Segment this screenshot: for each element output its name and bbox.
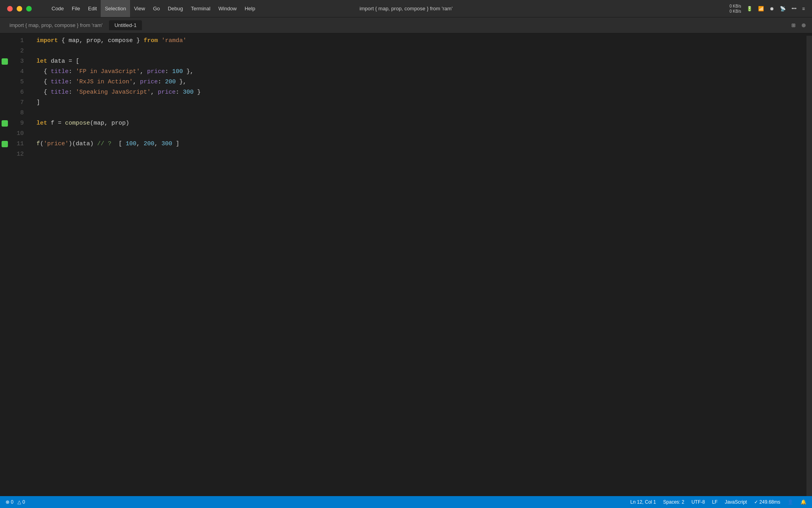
breakpoint-row[interactable]	[0, 77, 10, 87]
timing: ✓ 249.68ms	[754, 499, 780, 505]
line-number: 11	[10, 139, 29, 149]
token-plain: ]	[172, 139, 179, 149]
breakpoint-row[interactable]	[0, 87, 10, 98]
tab-bar: import { map, prop, compose } from 'ram'…	[0, 17, 812, 33]
breakpoint-row[interactable]	[0, 56, 10, 67]
warning-icon: △	[17, 499, 21, 505]
menu-file[interactable]: File	[68, 0, 84, 17]
breakpoint-row[interactable]	[0, 46, 10, 56]
breakpoint-row[interactable]	[0, 98, 10, 108]
menu-window[interactable]: Window	[214, 0, 241, 17]
breakpoint-row[interactable]	[0, 149, 10, 160]
line-number: 10	[10, 129, 29, 139]
code-area[interactable]: import { map, prop, compose } from 'ramd…	[33, 36, 806, 496]
token-plain: :	[158, 77, 165, 87]
minimize-button[interactable]	[17, 6, 22, 12]
token-num: 200	[144, 139, 154, 149]
code-line[interactable]	[33, 108, 806, 118]
code-line[interactable]: ]	[33, 98, 806, 108]
token-plain: :	[69, 87, 76, 98]
token-num: 200	[165, 77, 176, 87]
line-number: 5	[10, 77, 29, 87]
window-title: import { map, prop, compose } from 'ram'	[360, 6, 453, 12]
token-plain: ,	[140, 67, 147, 77]
indentation[interactable]: Spaces: 2	[663, 499, 684, 505]
breakpoint-row[interactable]	[0, 36, 10, 46]
battery-icon: 🔋	[747, 6, 753, 12]
tab-untitled[interactable]: Untitled-1	[109, 20, 142, 30]
menu-view[interactable]: View	[130, 0, 149, 17]
split-editor-icon[interactable]: ⊞	[791, 21, 795, 29]
token-prop: title	[51, 77, 69, 87]
token-plain: map	[69, 36, 79, 46]
menu-bar: Code File Edit Selection View Go Debug T…	[32, 0, 259, 17]
token-plain: :	[165, 67, 172, 77]
code-line[interactable]	[33, 149, 806, 160]
bell-icon[interactable]: 🔔	[801, 499, 806, 505]
statusbar-right: Ln 12, Col 1 Spaces: 2 UTF-8 LF JavaScri…	[630, 499, 806, 505]
breakpoint-row[interactable]	[0, 118, 10, 129]
token-plain: },	[176, 77, 186, 87]
breakpoint-marker	[2, 120, 8, 127]
token-comment: // ?	[97, 139, 115, 149]
token-plain: ,	[136, 139, 144, 149]
code-line[interactable]: f('price')(data) // ? [ 100, 200, 300 ]	[33, 139, 806, 149]
error-count: 0	[11, 499, 13, 505]
menu-apple[interactable]	[40, 0, 48, 17]
line-number: 7	[10, 98, 29, 108]
traffic-lights	[0, 6, 32, 12]
token-kw-from: from	[144, 36, 158, 46]
menu-help[interactable]: Help	[241, 0, 259, 17]
token-fn-call: compose	[65, 118, 90, 129]
menu-terminal[interactable]: Terminal	[187, 0, 214, 17]
token-plain: ]	[36, 98, 40, 108]
line-number: 6	[10, 87, 29, 98]
token-plain: },	[183, 67, 193, 77]
code-line[interactable]: { title: 'FP in JavaScript', price: 100 …	[33, 67, 806, 77]
more-icon: •••	[791, 6, 797, 12]
breakpoint-row[interactable]	[0, 108, 10, 118]
line-number: 2	[10, 46, 29, 56]
cursor-position[interactable]: Ln 12, Col 1	[630, 499, 656, 505]
menu-edit[interactable]: Edit	[84, 0, 101, 17]
token-plain: prop	[86, 36, 101, 46]
network-speed: 0 KB/s 0 KB/s	[730, 4, 741, 14]
code-line[interactable]: let data = [	[33, 56, 806, 67]
menu-code[interactable]: Code	[48, 0, 68, 17]
breakpoint-row[interactable]	[0, 129, 10, 139]
line-number: 1	[10, 36, 29, 46]
maximize-button[interactable]	[26, 6, 32, 12]
code-line[interactable]: { title: 'RxJS in Action', price: 200 },	[33, 77, 806, 87]
close-button[interactable]	[7, 6, 13, 12]
line-number: 9	[10, 118, 29, 129]
token-plain: {	[36, 67, 51, 77]
eol[interactable]: LF	[712, 499, 718, 505]
token-plain: f =	[47, 118, 65, 129]
encoding[interactable]: UTF-8	[691, 499, 705, 505]
code-line[interactable]	[33, 129, 806, 139]
error-indicator[interactable]: ⊗ 0 △ 0	[6, 499, 25, 505]
breakpoint-row[interactable]	[0, 139, 10, 149]
code-line[interactable]: { title: 'Speaking JavaScript', price: 3…	[33, 87, 806, 98]
feedback-icon[interactable]: 👤	[787, 499, 793, 505]
token-plain: :	[176, 87, 183, 98]
token-str: 'RxJS in Action'	[76, 77, 133, 87]
menu-debug[interactable]: Debug	[164, 0, 187, 17]
code-line[interactable]	[33, 46, 806, 56]
token-num: 100	[126, 139, 136, 149]
token-kw: import	[36, 36, 58, 46]
token-plain: }	[193, 87, 201, 98]
scrollbar[interactable]	[806, 36, 812, 496]
menu-selection[interactable]: Selection	[101, 0, 130, 17]
token-prop: price	[158, 87, 176, 98]
code-line[interactable]: let f = compose(map, prop)	[33, 118, 806, 129]
breakpoint-row[interactable]	[0, 67, 10, 77]
tab-path: import { map, prop, compose } from 'ram'	[6, 21, 106, 30]
line-number: 8	[10, 108, 29, 118]
language-mode[interactable]: JavaScript	[725, 499, 747, 505]
statusbar: ⊗ 0 △ 0 Ln 12, Col 1 Spaces: 2 UTF-8 LF …	[0, 496, 812, 508]
token-plain: compose	[108, 36, 133, 46]
token-prop: title	[51, 67, 69, 77]
menu-go[interactable]: Go	[149, 0, 164, 17]
code-line[interactable]: import { map, prop, compose } from 'ramd…	[33, 36, 806, 46]
